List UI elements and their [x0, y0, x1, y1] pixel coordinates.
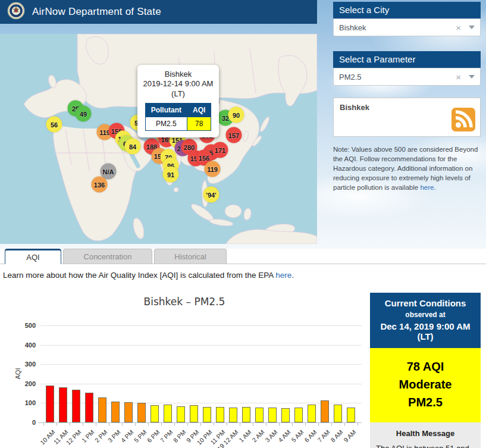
note-period: .: [434, 184, 435, 191]
current-conditions-title: Current Conditions: [374, 298, 477, 308]
chart-x-tick: [135, 423, 136, 426]
chart-x-tick: [292, 423, 293, 426]
chart-x-tick: [161, 423, 162, 426]
aqi-bar[interactable]: [46, 386, 54, 422]
popup-city: Bishkek: [141, 70, 215, 79]
parameter-clear-icon[interactable]: ×: [456, 72, 461, 82]
chart-gridline: [40, 384, 362, 384]
chart-x-tick-label: 2 AM: [250, 428, 265, 443]
aqi-bar[interactable]: [150, 405, 159, 422]
aqi-summary-block: 78 AQI Moderate PM2.5: [370, 348, 481, 422]
sky-background: AirNow Department of State: [0, 0, 486, 249]
tab-historical[interactable]: Historical: [154, 249, 227, 264]
aqi-bar[interactable]: [111, 402, 120, 422]
chart-x-tick-label: 1 PM: [80, 428, 96, 444]
learn-more-here-link[interactable]: here: [275, 271, 291, 280]
department-of-state-seal-icon: [7, 2, 25, 22]
chart-x-tick-label: 4 PM: [120, 428, 135, 444]
aqi-marker[interactable]: 90: [228, 107, 244, 123]
chart-x-tick: [187, 423, 188, 426]
chart-x-tick-label: 7 PM: [159, 428, 174, 444]
chart-x-tick-label: 5 AM: [290, 428, 305, 443]
chart-x-tick: [305, 423, 306, 426]
chart-x-tick-label: 9 AM: [342, 428, 357, 443]
aqi-marker[interactable]: 84: [125, 139, 141, 155]
chart-gridline: [40, 325, 362, 326]
aqi-bar[interactable]: [242, 407, 250, 422]
aqi-bar[interactable]: [190, 405, 198, 422]
rss-city-label: Bishkek: [340, 103, 369, 112]
chart-y-tick-label: 100: [25, 399, 36, 406]
rss-feed-box: Bishkek: [333, 98, 481, 137]
current-conditions-panel: Current Conditions observed at Dec 14, 2…: [370, 293, 481, 448]
aqi-bar[interactable]: [177, 406, 185, 422]
chart-x-tick: [57, 423, 57, 426]
chart-x-tick-label: 4 AM: [277, 428, 291, 443]
aqi-bar[interactable]: [321, 400, 329, 422]
chart-x-tick-label: 2 PM: [93, 428, 109, 444]
aqi-bar[interactable]: [268, 408, 277, 422]
chart-x-tick: [109, 423, 109, 426]
chart-x-tick: [96, 423, 96, 426]
aqi-bar[interactable]: [124, 402, 133, 422]
aqi-bar[interactable]: [72, 390, 80, 422]
chart-title: Bishkek – PM2.5: [0, 296, 369, 308]
select-parameter-header: Select a Parameter: [333, 51, 481, 68]
chart-y-tick-label: 300: [25, 361, 36, 368]
health-message-block: Health Message The AQI is between 51 and…: [370, 422, 481, 448]
aqi-bar[interactable]: [85, 393, 93, 422]
popup-aqi-value: 78: [187, 117, 211, 130]
aqi-marker[interactable]: 91: [163, 167, 179, 183]
aqi-bar[interactable]: [334, 405, 342, 422]
observed-datetime: Dec 14, 2019 9:00 AM (LT): [374, 321, 477, 342]
aqi-bar[interactable]: [229, 408, 237, 422]
rss-icon[interactable]: [451, 108, 475, 131]
city-clear-icon[interactable]: ×: [456, 23, 461, 33]
aqi-bar-chart: Bishkek – PM2.5 AQI 010020030040050010 A…: [0, 289, 369, 448]
city-dropdown-arrow-icon[interactable]: [469, 26, 475, 29]
popup-table: Pollutant AQI PM2.5 78: [145, 103, 212, 131]
aqi-marker[interactable]: 49: [76, 106, 92, 122]
aqi-bar[interactable]: [137, 403, 146, 422]
aqi-bar[interactable]: [203, 407, 211, 422]
aqi-marker[interactable]: '94': [203, 187, 220, 203]
tab-concentration[interactable]: Concentration: [63, 249, 152, 264]
aqi-bar[interactable]: [347, 408, 355, 422]
aqi-bar[interactable]: [164, 405, 172, 422]
aqi-bar[interactable]: [255, 408, 264, 422]
aqi-marker[interactable]: 157: [226, 127, 242, 143]
chart-plot-area: 010020030040050010 AM11 AM12 PM1 PM2 PM3…: [40, 325, 362, 422]
chart-x-tick-label: 10 AM: [39, 428, 57, 446]
aqi-bar[interactable]: [59, 387, 67, 422]
chart-x-tick-label: 3 PM: [106, 428, 122, 444]
chart-x-tick-label: 6 PM: [146, 428, 161, 444]
aqi-bar[interactable]: [294, 408, 303, 422]
parameter-select[interactable]: PM2.5 ×: [333, 68, 481, 86]
page-title: AirNow Department of State: [32, 6, 161, 18]
city-select[interactable]: Bishkek ×: [333, 18, 481, 36]
aqi-marker[interactable]: 171: [212, 142, 228, 158]
parameter-dropdown-arrow-icon[interactable]: [469, 75, 475, 79]
tab-aqi[interactable]: AQI: [5, 249, 61, 264]
aqi-marker[interactable]: 136: [92, 177, 108, 193]
chart-gridline: [40, 345, 362, 346]
aqi-bar[interactable]: [98, 397, 106, 422]
chart-x-tick: [240, 423, 240, 426]
aqi-bar[interactable]: [216, 407, 224, 422]
chart-x-tick: [214, 423, 214, 426]
city-select-value: Bishkek: [339, 23, 456, 32]
chart-x-tick: [318, 423, 319, 426]
health-message-text: The AQI is between 51 and 100. Air quali…: [376, 443, 475, 448]
aqi-marker[interactable]: 56: [46, 117, 62, 133]
map-popup: Bishkek 2019-12-14 9:00 AM (LT) Pollutan…: [137, 65, 219, 137]
app-header: AirNow Department of State: [0, 0, 317, 24]
aqi-marker[interactable]: 119: [205, 161, 221, 177]
learn-more-period: .: [291, 271, 294, 280]
world-aqi-map[interactable]: 2549565211915611960846678155711941781651…: [0, 34, 317, 244]
aqi-bar[interactable]: [308, 405, 316, 422]
aqi-bar[interactable]: [281, 408, 290, 422]
chart-y-axis-label: AQI: [14, 368, 21, 380]
note-here-link[interactable]: here: [420, 184, 434, 191]
chart-x-tick: [148, 423, 149, 426]
popup-aqi-header: AQI: [187, 103, 211, 117]
